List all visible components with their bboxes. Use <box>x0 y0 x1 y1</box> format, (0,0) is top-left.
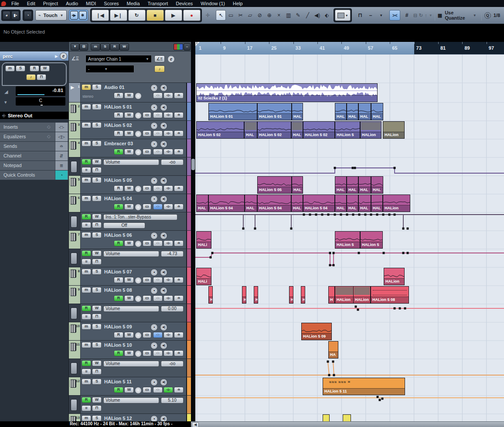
read-automation-button[interactable]: R <box>114 387 123 393</box>
record-enable-button[interactable]: ● <box>150 342 158 349</box>
midi-device-button[interactable]: ▭ <box>143 112 151 118</box>
nudge-icon[interactable]: ⊓ <box>355 10 365 20</box>
menu-transport[interactable]: Transport <box>144 1 172 6</box>
midi-device-button[interactable]: ▭ <box>143 185 151 191</box>
mute-button[interactable]: m <box>82 342 91 348</box>
monitor-button[interactable]: ◀) <box>160 122 167 130</box>
inserts-state-button[interactable]: -□- <box>153 112 163 118</box>
mute-tool[interactable]: × <box>274 10 283 20</box>
solo-button[interactable]: S <box>92 195 102 202</box>
sends-state-button[interactable]: ≏ <box>174 130 184 137</box>
eq-state-button[interactable]: ◁▷ <box>163 277 173 283</box>
show-lanes-button[interactable]: ||| <box>82 259 91 265</box>
audio-event[interactable]: 02 Ścieżka 2 (1) <box>196 83 378 102</box>
menu-media[interactable]: Media <box>123 1 144 6</box>
edit-channel-button[interactable] <box>135 295 142 302</box>
menu-window-1-[interactable]: Window (1) <box>197 1 229 6</box>
midi-event[interactable]: HALion 5 01 <box>257 103 292 120</box>
read-automation-button[interactable]: R <box>82 305 91 311</box>
mute-button[interactable]: m <box>82 140 91 147</box>
inspector-tab-equalizers[interactable]: Equalizers◇◁▷ <box>0 132 68 141</box>
record-enable-button[interactable]: ● <box>150 122 158 130</box>
write-automation-button[interactable]: W <box>92 214 102 220</box>
write-automation-button[interactable]: W <box>124 204 134 210</box>
write-automation-button[interactable]: W <box>124 295 134 301</box>
midi-event[interactable]: HALion 5 <box>335 121 360 139</box>
edit-channel-button[interactable] <box>135 332 142 339</box>
midi-event[interactable]: HALion 5 02 <box>196 121 244 139</box>
midi-event[interactable]: HALi <box>196 231 211 249</box>
sends-icon[interactable]: ≏ <box>55 142 68 151</box>
automation-parameter-field[interactable]: Volume <box>103 361 159 367</box>
sends-state-button[interactable]: ≏ <box>174 295 184 301</box>
track-row[interactable]: 4mSEmbracer 03●◀)RW▭-□-◁▷≏ <box>69 139 191 157</box>
midi-event[interactable]: HAL <box>358 195 371 212</box>
automation-lane-row[interactable]: RWVolume-oo|||⊓ <box>69 157 191 176</box>
read-automation-button[interactable]: R <box>114 92 123 99</box>
show-lanes-button[interactable]: ||| <box>82 314 91 320</box>
midi-event[interactable]: HALion 5 01 <box>208 103 257 120</box>
write-automation-button[interactable]: W <box>92 159 102 165</box>
midi-event[interactable]: H <box>289 286 293 304</box>
midi-event[interactable]: HAL <box>358 103 371 120</box>
sends-state-button[interactable]: ≏ <box>174 240 184 246</box>
equalizers-icon[interactable]: ◁▷ <box>55 132 68 141</box>
monitor-button[interactable]: ◀) <box>160 177 167 184</box>
menu-midi[interactable]: MIDI <box>82 1 100 6</box>
global-mute-button[interactable]: m <box>91 43 100 51</box>
read-automation-button[interactable]: R <box>114 130 123 137</box>
inserts-state-button[interactable]: -□- <box>153 92 163 99</box>
automation-lane-row[interactable]: RWVolume5.10|||⊓ <box>69 396 191 414</box>
inserts-state-button[interactable]: -□- <box>153 149 163 155</box>
midi-event[interactable]: HAL <box>292 103 303 120</box>
mute-button[interactable]: m <box>82 104 91 110</box>
mute-button[interactable]: m <box>82 232 91 238</box>
record-enable-button[interactable]: ● <box>150 379 158 386</box>
read-automation-button[interactable]: R <box>82 250 91 256</box>
midi-event[interactable]: H <box>208 286 213 304</box>
sends-state-button[interactable]: ≏ <box>174 92 184 99</box>
monitor-button[interactable]: ◀) <box>160 104 167 111</box>
monitor-button[interactable]: ◀) <box>160 84 167 92</box>
midi-event[interactable]: HA <box>328 341 338 359</box>
output-routing[interactable]: ⎆ Stereo Out <box>0 112 68 119</box>
line-tool[interactable]: ╱ <box>303 10 312 20</box>
midi-device-button[interactable]: ▭ <box>143 387 151 393</box>
mute-button[interactable]: m <box>5 65 15 72</box>
read-automation-button[interactable]: R <box>82 159 91 165</box>
read-automation-button[interactable]: R <box>114 185 123 191</box>
setup-toolbar-button[interactable]: ▮▪ <box>11 11 19 20</box>
track-row[interactable]: 2mSHALion 5 01●◀)RW▭-□-◁▷≏ <box>69 102 191 121</box>
solo-button[interactable]: S <box>92 84 102 90</box>
track-row[interactable]: 7mSHALion 5 06●◀)RW▭-□-◁▷≏ <box>69 231 191 249</box>
midi-event[interactable]: ≈≈≈ ≈≈≈ =HALion 5 11 <box>323 378 405 395</box>
mute-button[interactable]: m <box>82 177 91 183</box>
mute-button[interactable]: m <box>82 415 91 421</box>
midi-event[interactable]: HAL <box>335 195 347 212</box>
midi-event[interactable]: HALion 5 <box>360 231 383 249</box>
midi-event[interactable]: HALion <box>384 268 405 285</box>
lock-button[interactable]: ⊓ <box>92 314 102 320</box>
midi-event[interactable]: HAL <box>347 195 358 212</box>
write-automation-button[interactable]: W <box>124 277 134 283</box>
color-tool-button[interactable]: ▼ <box>335 10 351 21</box>
sends-state-button[interactable]: ≏ <box>174 332 184 338</box>
monitor-button[interactable]: ◀) <box>160 195 167 203</box>
quantize-value-select[interactable]: Q 1/8 <box>481 10 503 20</box>
read-automation-button[interactable]: R <box>114 204 123 210</box>
solo-button[interactable]: S <box>92 104 102 110</box>
read-automation-button[interactable]: R <box>114 332 123 338</box>
midi-event[interactable]: H <box>301 286 305 304</box>
sends-state-button[interactable]: ≏ <box>174 185 184 191</box>
mute-button[interactable]: m <box>82 379 91 385</box>
monitor-button[interactable]: ◀) <box>160 379 167 386</box>
automation-lane-handle[interactable] <box>71 253 77 264</box>
eq-state-button[interactable]: ◁▷ <box>163 240 173 246</box>
read-automation-button[interactable]: R <box>82 214 91 220</box>
collapse-all-button[interactable]: ▼ <box>71 43 79 51</box>
go-end-button[interactable]: ▶❘ <box>110 10 127 21</box>
object-selection-tool[interactable]: ↖ <box>216 10 226 20</box>
erase-tool[interactable]: ⊘ <box>255 10 264 20</box>
notepad-icon[interactable]: ≣ <box>55 161 68 170</box>
track-row[interactable]: 11mSHALion 5 10●◀)RW▭-□-◁▷≏ <box>69 341 191 359</box>
